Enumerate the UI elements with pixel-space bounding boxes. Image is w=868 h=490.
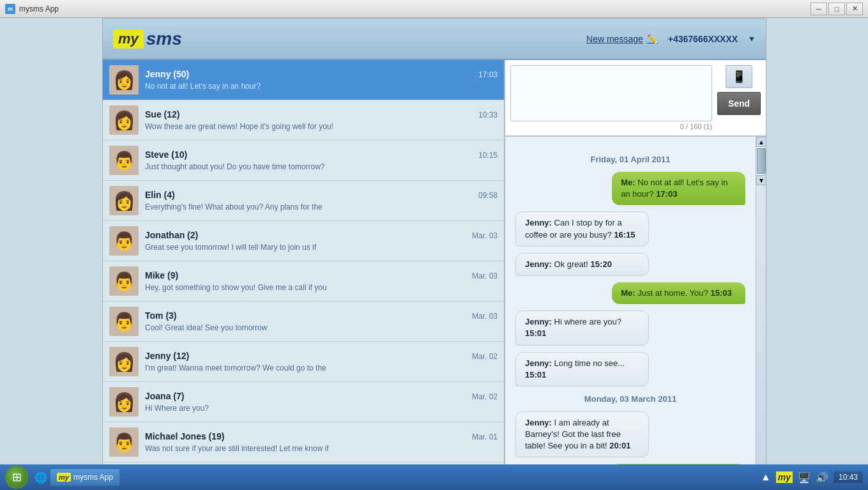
date-divider: Friday, 01 April 2011 xyxy=(515,155,745,164)
compose-icon: ✏️ xyxy=(647,34,658,44)
message-bubble: Jenny: Can I stop by for a coffee or are… xyxy=(515,211,649,246)
contact-item[interactable]: Jenny (12) Mar. 02 I'm great! Wanna meet… xyxy=(103,342,504,382)
message-time: 17:03 xyxy=(656,189,677,199)
title-bar: m mysms App ─ □ ✕ xyxy=(0,0,868,18)
network-icon[interactable]: 🖥️ xyxy=(798,471,811,484)
taskbar-app[interactable]: my mysms App xyxy=(50,468,120,486)
contact-time: 17:03 xyxy=(478,70,498,79)
taskbar: ⊞ 🌐 my mysms App ▲ my 🖥️ 🔊 10:43 xyxy=(0,464,868,490)
contact-info: Michael Jones (19) Mar. 01 Was not sure … xyxy=(145,431,498,453)
contact-name: Sue (12) xyxy=(145,109,179,119)
contact-time: Mar. 03 xyxy=(472,312,498,321)
start-button[interactable]: ⊞ xyxy=(5,466,28,489)
contact-avatar xyxy=(109,105,139,135)
contact-name: Steve (10) xyxy=(145,149,187,160)
contact-avatar xyxy=(109,226,139,256)
phone-dropdown-icon[interactable]: ▼ xyxy=(748,34,756,43)
contact-name: Jenny (12) xyxy=(145,351,189,361)
contact-name: Tom (3) xyxy=(145,310,177,321)
contact-name: Joana (7) xyxy=(145,391,184,401)
contact-avatar xyxy=(109,307,139,336)
app-icon: m xyxy=(5,4,15,14)
contact-preview: Hey, got something to show you! Give me … xyxy=(145,283,498,292)
contact-name: Michael Jones (19) xyxy=(145,431,225,441)
mysms-taskbar-icon[interactable]: my xyxy=(776,471,793,483)
new-message-button[interactable]: New message ✏️ xyxy=(586,34,658,44)
contact-info: Sue (12) 10:33 Wow these are great news!… xyxy=(145,109,498,131)
message-input[interactable] xyxy=(510,65,712,121)
app-window: my sms New message ✏️ +4367666XXXXX ▼ Je… xyxy=(102,18,766,465)
minimize-button[interactable]: ─ xyxy=(811,3,827,15)
maximize-button[interactable]: □ xyxy=(828,3,845,15)
contact-top: Michael Jones (19) Mar. 01 xyxy=(145,431,498,441)
scroll-thumb[interactable] xyxy=(757,148,766,174)
message-time: 15:20 xyxy=(591,259,612,269)
contact-avatar xyxy=(109,146,139,175)
contact-name: Jonathan (2) xyxy=(145,230,198,240)
message-input-area: 0 / 160 (1) 📱 Send xyxy=(505,60,766,137)
arrow-up-icon: ▲ xyxy=(761,471,771,483)
message-time: 15:01 xyxy=(525,370,546,379)
contact-time: Mar. 02 xyxy=(472,352,498,361)
send-button[interactable]: Send xyxy=(717,92,761,115)
contact-avatar xyxy=(109,427,139,457)
message-time: 15:03 xyxy=(710,288,731,298)
contact-name: Mike (9) xyxy=(145,270,178,280)
contact-preview: Hi Where are you? xyxy=(145,404,498,413)
contact-item[interactable]: Tom (3) Mar. 03 Cool! Great idea! See yo… xyxy=(103,302,504,342)
scroll-up-button[interactable]: ▲ xyxy=(756,137,766,147)
message-bubble: Jenny: Hi where are you? 15:01 xyxy=(515,310,649,345)
new-message-label: New message xyxy=(586,34,643,44)
contact-item[interactable]: Michael Jones (19) Mar. 01 Was not sure … xyxy=(103,422,504,463)
contact-top: Jenny (12) Mar. 02 xyxy=(145,351,498,361)
contact-item[interactable]: Steve (10) 10:15 Just thought about you!… xyxy=(103,141,504,181)
contact-info: Jonathan (2) Mar. 03 Great see you tomor… xyxy=(145,230,498,252)
contact-time: 10:33 xyxy=(478,111,498,119)
message-input-wrapper: 0 / 160 (1) xyxy=(510,65,712,130)
contact-top: Jonathan (2) Mar. 03 xyxy=(145,230,498,240)
contact-item[interactable]: Jonathan (2) Mar. 03 Great see you tomor… xyxy=(103,221,504,261)
contact-info: Elin (4) 09:58 Everything's fine! What a… xyxy=(145,190,498,211)
app-header: my sms New message ✏️ +4367666XXXXX ▼ xyxy=(103,19,766,60)
contact-item[interactable]: Elin (4) 09:58 Everything's fine! What a… xyxy=(103,181,504,221)
message-time: 16:15 xyxy=(614,230,635,240)
contact-preview: I'm great! Wanna meet tomorrow? We could… xyxy=(145,364,498,372)
message-bubble: Jenny: I am already at Barney's! Got the… xyxy=(515,411,649,458)
scroll-track xyxy=(756,148,766,174)
contact-preview: Cool! Great idea! See you tomorrow xyxy=(145,323,498,332)
chat-scrollbar: ▲ ▼ xyxy=(756,137,766,464)
contact-list: Jenny (50) 17:03 No not at all! Let's sa… xyxy=(103,60,505,464)
send-side: 📱 Send xyxy=(717,65,761,130)
taskbar-left: ⊞ 🌐 my mysms App xyxy=(5,466,120,489)
contact-time: Mar. 01 xyxy=(472,433,498,441)
contact-time: Mar. 03 xyxy=(472,272,498,280)
phone-number: +4367666XXXXX xyxy=(668,34,738,44)
chat-messages: Friday, 01 April 2011Me: No not at all! … xyxy=(505,137,756,464)
contact-item[interactable]: Jenny (50) 17:03 No not at all! Let's sa… xyxy=(103,60,504,100)
contact-info: Tom (3) Mar. 03 Cool! Great idea! See yo… xyxy=(145,310,498,332)
contact-avatar xyxy=(109,186,139,215)
message-bubble: Me: No not at all! Let's say in an hour?… xyxy=(612,172,745,205)
contact-avatar xyxy=(109,65,139,95)
message-bubble: Jenny: Long time no see... 15:01 xyxy=(515,352,649,387)
contact-item[interactable]: Mike (9) Mar. 03 Hey, got something to s… xyxy=(103,261,504,302)
message-time: 15:01 xyxy=(525,328,546,338)
contact-name: Elin (4) xyxy=(145,190,175,200)
taskbar-right: ▲ my 🖥️ 🔊 10:43 xyxy=(761,471,863,484)
contact-item[interactable]: Sue (12) 10:33 Wow these are great news!… xyxy=(103,100,504,141)
volume-icon[interactable]: 🔊 xyxy=(816,471,828,484)
message-bubble: Me: Just at home. You? 15:03 xyxy=(612,282,745,304)
contact-item[interactable]: Joana (7) Mar. 02 Hi Where are you? xyxy=(103,382,504,422)
taskbar-app-label: mysms App xyxy=(73,473,113,482)
contact-avatar xyxy=(109,347,139,376)
contact-time: Mar. 03 xyxy=(472,231,498,240)
contact-time: 09:58 xyxy=(478,191,498,200)
contact-preview: Everything's fine! What about you? Any p… xyxy=(145,203,498,211)
contact-top: Joana (7) Mar. 02 xyxy=(145,391,498,401)
sms-attachment-icon[interactable]: 📱 xyxy=(726,65,752,88)
logo: my sms xyxy=(113,29,182,49)
ie-icon[interactable]: 🌐 xyxy=(34,471,47,484)
contact-time: 10:15 xyxy=(478,151,498,160)
scroll-down-button[interactable]: ▼ xyxy=(756,175,766,185)
close-button[interactable]: ✕ xyxy=(846,3,863,15)
